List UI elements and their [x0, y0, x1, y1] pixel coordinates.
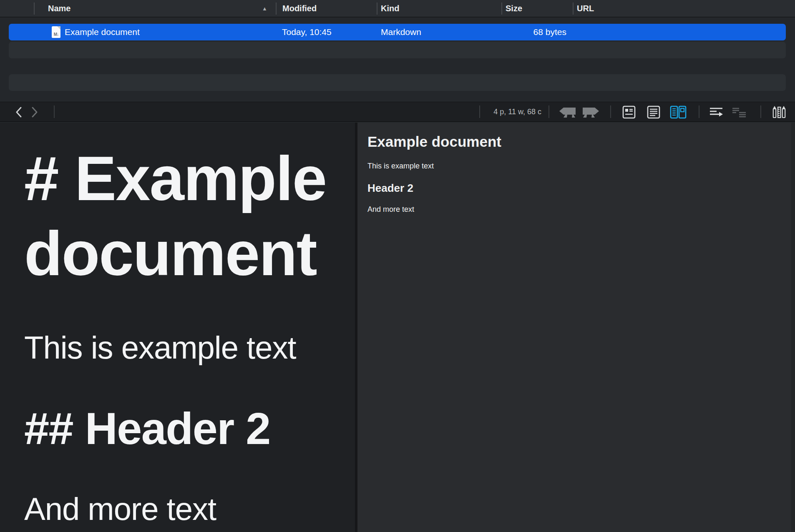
toolbar-divider [479, 105, 480, 118]
toolbar: 4 p, 11 w, 68 c [0, 102, 795, 122]
lines-arrow-right-icon [708, 105, 724, 119]
split-view-button[interactable] [669, 105, 687, 119]
preview-paragraph: This is example text [367, 162, 785, 171]
document-with-image-icon [621, 105, 637, 119]
preview-mode-button[interactable] [621, 105, 637, 119]
column-header-size[interactable]: Size [506, 0, 522, 17]
column-divider [501, 3, 502, 15]
forward-button[interactable] [28, 105, 42, 119]
column-header-url[interactable]: URL [577, 0, 594, 17]
markdown-preview-pane[interactable]: Example document This is example text He… [357, 123, 795, 532]
row-cell-modified: Today, 10:45 [282, 24, 332, 40]
column-divider [34, 3, 35, 15]
column-header-name[interactable]: Name [48, 0, 70, 17]
toolbar-divider [760, 105, 761, 118]
paragraph-indent-button[interactable] [730, 105, 748, 119]
markdown-document-icon: M↓ [52, 26, 60, 38]
previous-marker-button[interactable] [558, 106, 578, 118]
signpost-left-icon [559, 106, 577, 118]
editor-paragraph-line[interactable]: And more text [24, 491, 344, 527]
signpost-right-icon [581, 106, 600, 118]
pens-ruler-icon [771, 105, 787, 120]
toolbar-divider [610, 105, 611, 118]
row-cell-name: Example document [65, 24, 140, 40]
toolbar-divider [548, 105, 549, 118]
column-divider [377, 3, 377, 15]
page-fold [57, 26, 60, 30]
toolbar-divider [699, 105, 699, 118]
window-edge [791, 123, 795, 532]
editor-heading1-line[interactable]: # Example document [24, 141, 344, 291]
preview-heading2: Header 2 [367, 182, 785, 195]
table-row-selected[interactable]: M↓ Example document Today, 10:45 Markdow… [9, 24, 786, 40]
word-count-status: 4 p, 11 w, 68 c [481, 102, 541, 121]
sort-ascending-icon: ▲ [262, 0, 267, 17]
row-cell-kind: Markdown [381, 24, 421, 40]
tools-button[interactable] [771, 105, 787, 120]
table-row-empty[interactable] [9, 42, 786, 58]
document-text-icon [646, 105, 661, 119]
preview-heading1: Example document [367, 133, 785, 150]
markdown-source-editor[interactable]: # Example document This is example text … [0, 123, 355, 532]
preview-paragraph: And more text [367, 205, 785, 214]
column-divider [573, 3, 574, 15]
app-window: Name ▲ Modified Kind Size URL M↓ Example… [0, 0, 795, 532]
file-browser: Name ▲ Modified Kind Size URL M↓ Example… [0, 0, 795, 102]
editor-mode-button[interactable] [646, 105, 662, 119]
toolbar-divider [54, 105, 55, 118]
next-marker-button[interactable] [581, 106, 601, 118]
table-row-empty[interactable] [9, 74, 786, 91]
typewriter-scroll-button[interactable] [708, 105, 725, 119]
split-panes: # Example document This is example text … [0, 123, 795, 532]
split-view-icon [669, 105, 687, 119]
column-header-modified[interactable]: Modified [282, 0, 317, 17]
back-button[interactable] [12, 105, 26, 119]
row-cell-size: 68 bytes [468, 24, 566, 40]
editor-paragraph-line[interactable]: This is example text [24, 329, 344, 366]
editor-heading2-line[interactable]: ## Header 2 [24, 402, 344, 456]
chevron-left-icon [15, 106, 23, 118]
indented-lines-icon [731, 105, 747, 119]
chevron-right-icon [30, 106, 39, 118]
column-header-kind[interactable]: Kind [381, 0, 399, 17]
column-divider [276, 3, 277, 15]
table-header: Name ▲ Modified Kind Size URL [0, 0, 795, 18]
